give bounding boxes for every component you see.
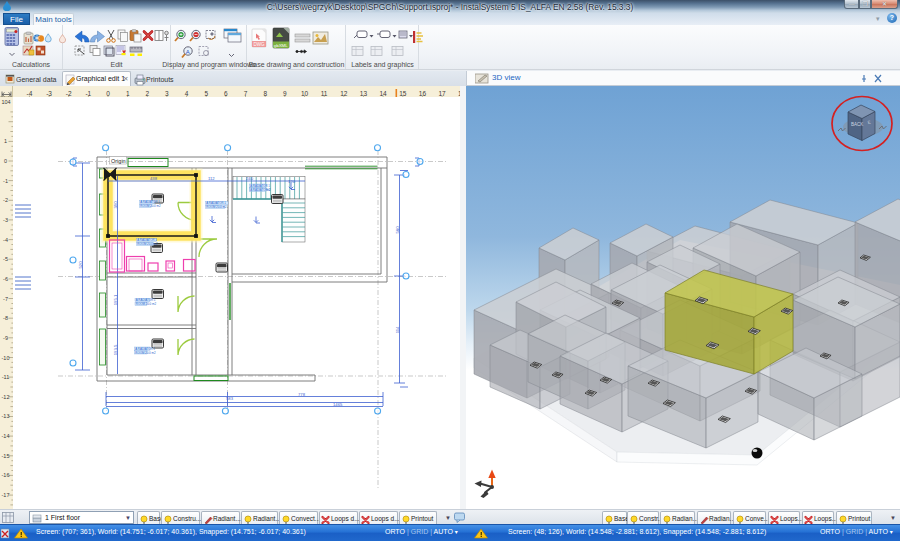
svg-text:DWG: DWG bbox=[253, 42, 265, 47]
svg-text:A RADIATOR 1: A RADIATOR 1 bbox=[250, 188, 270, 192]
svg-text:ROOM 20.0 m2: ROOM 20.0 m2 bbox=[140, 204, 161, 208]
svg-text:12: 12 bbox=[340, 90, 348, 97]
svg-text:0: 0 bbox=[106, 90, 110, 97]
svg-text:gbXML: gbXML bbox=[274, 43, 288, 48]
svg-text:195.1: 195.1 bbox=[113, 294, 118, 305]
svg-text:104: 104 bbox=[1, 99, 10, 105]
svg-text:-10: -10 bbox=[2, 355, 10, 361]
svg-text:16: 16 bbox=[419, 90, 427, 97]
svg-text:-4: -4 bbox=[27, 90, 33, 97]
svg-text:10: 10 bbox=[301, 90, 309, 97]
svg-text:1465: 1465 bbox=[333, 402, 343, 407]
svg-text:120: 120 bbox=[288, 179, 296, 184]
svg-text:2: 2 bbox=[145, 90, 149, 97]
svg-text:-17: -17 bbox=[2, 492, 10, 498]
svg-text:ROOM 20.0 m2: ROOM 20.0 m2 bbox=[136, 302, 157, 306]
svg-text:17: 17 bbox=[438, 90, 446, 97]
svg-text:-8: -8 bbox=[3, 315, 8, 321]
svg-text:6: 6 bbox=[224, 90, 228, 97]
svg-text:-11: -11 bbox=[2, 374, 10, 380]
svg-text:-4: -4 bbox=[3, 237, 8, 243]
svg-text:-5: -5 bbox=[3, 256, 8, 262]
svg-text:-9: -9 bbox=[3, 335, 8, 341]
svg-text:520: 520 bbox=[78, 261, 83, 269]
svg-text:-12: -12 bbox=[2, 394, 10, 400]
svg-text:-3: -3 bbox=[46, 90, 52, 97]
svg-text:-16: -16 bbox=[2, 472, 10, 478]
svg-text:240: 240 bbox=[246, 176, 254, 181]
svg-text:Origin: Origin bbox=[111, 158, 126, 164]
svg-text:390: 390 bbox=[113, 201, 118, 209]
svg-text:583: 583 bbox=[226, 396, 234, 401]
svg-text:7: 7 bbox=[244, 90, 248, 97]
svg-text:778: 778 bbox=[298, 392, 306, 397]
svg-text:5: 5 bbox=[204, 90, 208, 97]
svg-text:1: 1 bbox=[4, 138, 7, 144]
svg-text:11: 11 bbox=[321, 90, 328, 97]
svg-text:-7: -7 bbox=[3, 296, 8, 302]
svg-text:-13: -13 bbox=[2, 413, 10, 419]
svg-text:A: A bbox=[186, 49, 190, 55]
svg-text:580: 580 bbox=[395, 226, 400, 234]
svg-text:15: 15 bbox=[399, 90, 407, 97]
svg-text:-3: -3 bbox=[3, 217, 8, 223]
svg-text:-2: -2 bbox=[3, 197, 8, 203]
svg-text:3: 3 bbox=[165, 90, 169, 97]
svg-text:1: 1 bbox=[126, 90, 130, 97]
svg-text:438: 438 bbox=[150, 176, 158, 181]
svg-text:4: 4 bbox=[185, 90, 189, 97]
svg-text:0: 0 bbox=[4, 158, 7, 164]
svg-text:14: 14 bbox=[379, 90, 387, 97]
svg-text:ROOM 20.0 m2: ROOM 20.0 m2 bbox=[206, 205, 227, 209]
svg-text:-2: -2 bbox=[66, 90, 72, 97]
svg-text:ROOM 20.0 m2: ROOM 20.0 m2 bbox=[137, 242, 158, 246]
svg-text:114: 114 bbox=[395, 326, 400, 333]
svg-text:-1: -1 bbox=[3, 178, 8, 184]
svg-text:-6: -6 bbox=[3, 276, 8, 282]
svg-text:112: 112 bbox=[208, 176, 215, 181]
svg-text:193.5: 193.5 bbox=[113, 344, 118, 355]
svg-text:8: 8 bbox=[263, 90, 267, 97]
svg-text:13: 13 bbox=[360, 90, 368, 97]
svg-text:-15: -15 bbox=[2, 453, 10, 459]
svg-text:9: 9 bbox=[283, 90, 287, 97]
svg-text:-14: -14 bbox=[2, 433, 10, 439]
svg-text:BACK: BACK bbox=[851, 122, 863, 127]
svg-text:-1: -1 bbox=[85, 90, 91, 97]
svg-text:ROOM 20.0 m2: ROOM 20.0 m2 bbox=[135, 351, 156, 355]
